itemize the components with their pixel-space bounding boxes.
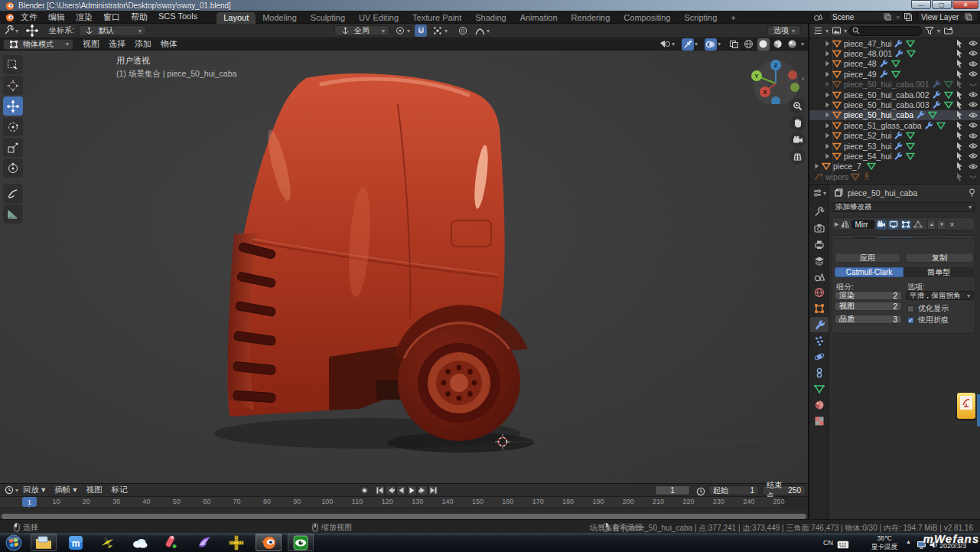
- active-tool-icon[interactable]: [3, 24, 15, 37]
- orientation-dropdown[interactable]: 默认 ▾: [79, 25, 146, 36]
- simple-button[interactable]: 简单型: [903, 267, 974, 277]
- mesh-object-icon[interactable]: [832, 80, 842, 88]
- selectable-toggle-icon[interactable]: [956, 49, 963, 58]
- viewport-menu-2[interactable]: 添加: [130, 38, 156, 50]
- selectable-toggle-icon[interactable]: [956, 121, 963, 130]
- workspace-tab-sculpting[interactable]: Sculpting: [304, 12, 352, 24]
- properties-tab-particles[interactable]: [810, 333, 829, 348]
- shading-material-button[interactable]: [772, 38, 784, 51]
- menu-4[interactable]: 帮助: [125, 11, 153, 23]
- outliner-item-piece_50_hui_caba.003[interactable]: piece_50_hui_caba.003: [809, 100, 980, 109]
- outliner-item-piece_53_hui[interactable]: piece_53_hui: [809, 141, 980, 151]
- keyboard-tray-icon[interactable]: [837, 538, 849, 550]
- outliner-item-piece_48.001[interactable]: piece_48.001: [809, 48, 980, 58]
- properties-tab-object[interactable]: [810, 301, 829, 316]
- menu-2[interactable]: 渲染: [70, 11, 98, 23]
- workspace-tab-scripting[interactable]: Scripting: [677, 12, 724, 24]
- frame-start-field[interactable]: 起始 1: [708, 485, 759, 495]
- frame-end-field[interactable]: 结束点 250: [762, 485, 806, 495]
- mesh-object-icon[interactable]: [832, 132, 842, 139]
- oncage-toggle[interactable]: [913, 220, 923, 230]
- active-tool-dropdown[interactable]: ▾: [15, 28, 18, 34]
- next-key-button[interactable]: [418, 485, 428, 495]
- object-name[interactable]: piece_51_glass_caba: [844, 121, 922, 130]
- selectable-toggle-icon[interactable]: [956, 90, 963, 100]
- play-back-button[interactable]: [396, 485, 406, 495]
- properties-tab-tool[interactable]: [810, 204, 829, 220]
- snap-settings-dropdown[interactable]: ▾: [429, 25, 450, 37]
- object-name[interactable]: piece_50_hui_caba: [844, 110, 913, 119]
- new-scene-icon[interactable]: [881, 11, 894, 23]
- minimize-button[interactable]: —: [911, 0, 931, 9]
- object-name[interactable]: wipers: [825, 172, 848, 181]
- move-down-button[interactable]: ▼: [937, 220, 946, 230]
- close-button[interactable]: ✕: [952, 0, 978, 9]
- mesh-object-icon[interactable]: [832, 40, 842, 47]
- timeline-menu-3[interactable]: 标记: [106, 485, 132, 495]
- mode-selector[interactable]: 物体模式 ▾: [3, 39, 73, 50]
- properties-tab-world[interactable]: [810, 285, 829, 300]
- measure-tool[interactable]: [3, 204, 23, 224]
- mesh-object-icon[interactable]: [832, 122, 842, 129]
- pan-button[interactable]: [790, 115, 806, 131]
- expand-arrow-icon[interactable]: [825, 153, 830, 159]
- viewport-menu-3[interactable]: 物体: [156, 38, 182, 50]
- apply-button[interactable]: 应用: [835, 253, 900, 263]
- mesh-object-icon[interactable]: [832, 91, 842, 99]
- workspace-tab-shading[interactable]: Shading: [468, 12, 513, 24]
- outliner-item-piece_50_hui_caba[interactable]: piece_50_hui_caba: [809, 110, 980, 120]
- ortho-toggle-button[interactable]: [790, 149, 806, 165]
- scale-tool[interactable]: [3, 138, 23, 157]
- play-button[interactable]: [407, 485, 417, 495]
- zoom-button[interactable]: [790, 98, 806, 114]
- menu-5[interactable]: SCS Tools: [153, 11, 203, 23]
- mesh-object-icon[interactable]: [832, 101, 842, 109]
- expand-arrow-icon[interactable]: [825, 112, 830, 118]
- panel-expand-icon[interactable]: ▶: [835, 221, 838, 227]
- use-preview-range-icon[interactable]: [695, 485, 707, 498]
- pin-icon[interactable]: [965, 187, 978, 199]
- tray-expand-icon[interactable]: ▲: [906, 539, 911, 544]
- expand-arrow-icon[interactable]: [825, 81, 830, 87]
- properties-editor-selector[interactable]: ▾: [811, 187, 826, 199]
- overlays-dropdown[interactable]: ▾: [702, 38, 723, 50]
- cursor-tool[interactable]: [3, 76, 23, 95]
- breadcrumb-object-name[interactable]: piece_50_hui_caba: [848, 188, 917, 198]
- selectable-toggle-icon[interactable]: [956, 100, 963, 109]
- unlink-scene-icon[interactable]: ×: [896, 14, 900, 21]
- timeline-menu-1[interactable]: 插帧 ▾: [50, 485, 81, 495]
- prev-key-button[interactable]: [386, 485, 396, 495]
- viewlayer-selector[interactable]: View Layer: [917, 11, 978, 22]
- workspace-tab-compositing[interactable]: Compositing: [617, 12, 677, 24]
- new-viewlayer-icon[interactable]: [962, 11, 975, 23]
- selectable-toggle-icon[interactable]: [956, 142, 963, 151]
- object-name[interactable]: piece_50_hui_caba.002: [844, 90, 930, 100]
- shading-wireframe-button[interactable]: [743, 38, 755, 51]
- camera-view-button[interactable]: [790, 132, 806, 148]
- workspace-tab-uv-editing[interactable]: UV Editing: [352, 12, 405, 24]
- mesh-object-icon[interactable]: [832, 111, 842, 119]
- taskbar-cloud-app[interactable]: [127, 534, 153, 551]
- navigation-gizmo[interactable]: Z Y X: [744, 55, 805, 104]
- expand-arrow-icon[interactable]: [825, 92, 830, 98]
- copy-button[interactable]: 复制: [905, 253, 974, 263]
- outliner-display-mode-icon[interactable]: [830, 24, 842, 37]
- viewport-menu-1[interactable]: 选择: [104, 38, 130, 50]
- gizmos-icon[interactable]: [682, 38, 694, 51]
- visibility-toggle-icon[interactable]: [969, 152, 978, 159]
- visibility-toggle-icon[interactable]: [969, 163, 978, 170]
- outliner-filter-icon[interactable]: [923, 24, 936, 37]
- jump-last-button[interactable]: [428, 485, 438, 495]
- properties-tab-output[interactable]: [810, 237, 829, 252]
- outliner-item-piece_48[interactable]: piece_48: [809, 59, 980, 69]
- delete-modifier-button[interactable]: ×: [949, 220, 954, 229]
- mesh-object-icon[interactable]: [832, 152, 842, 160]
- properties-tab-data[interactable]: [810, 381, 829, 397]
- rotate-tool[interactable]: [3, 117, 23, 136]
- catmull-clark-button[interactable]: Catmull-Clark: [835, 267, 903, 277]
- scene-selector[interactable]: Scene ×: [829, 11, 903, 22]
- visibility-toggle-icon[interactable]: [969, 40, 978, 47]
- annotate-tool[interactable]: [3, 184, 23, 203]
- move-tool[interactable]: [3, 96, 23, 116]
- timeline-menu-0[interactable]: 回放 ▾: [18, 485, 50, 495]
